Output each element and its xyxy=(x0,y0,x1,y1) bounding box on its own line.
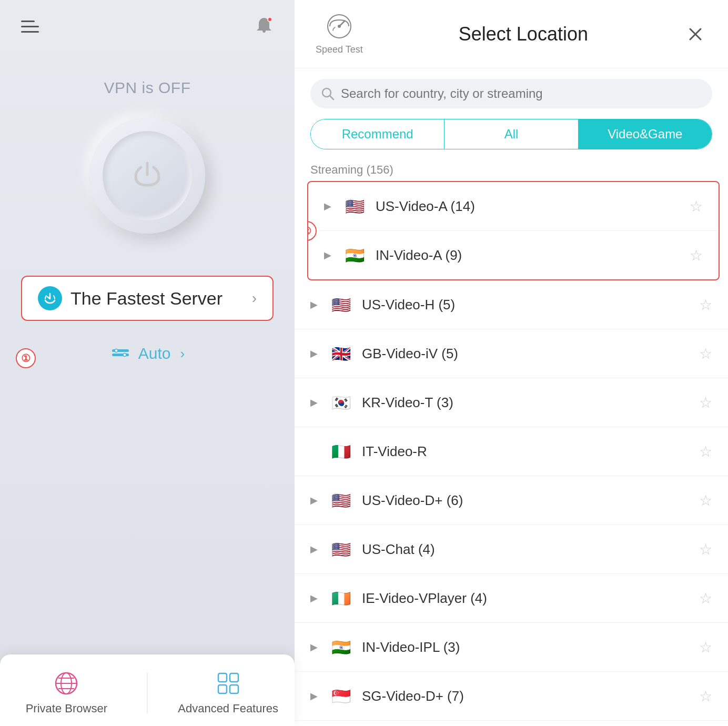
svg-rect-11 xyxy=(218,685,227,693)
annotation-circle-1: ① xyxy=(16,348,36,368)
search-icon xyxy=(321,87,335,100)
server-name: IN-Video-IPL (3) xyxy=(362,639,691,656)
right-panel: Speed Test Select Location Recommend All… xyxy=(295,0,728,726)
server-item[interactable]: ▶ 🇸🇬 SG-Video-D+ (7) ☆ xyxy=(295,672,728,721)
favorite-star[interactable]: ☆ xyxy=(699,296,712,314)
server-name: IN-Video-A (9) xyxy=(376,247,681,264)
server-item[interactable]: ▶ 🇮🇳 IN-Video-A (9) ☆ xyxy=(308,231,719,279)
svg-point-2 xyxy=(115,349,118,352)
speed-test-icon xyxy=(326,13,353,42)
server-item[interactable]: ▶ 🇮🇪 IE-Video-VPlayer (4) ☆ xyxy=(295,574,728,623)
expand-icon: ▶ xyxy=(310,495,318,506)
streaming-header: Streaming (156) xyxy=(295,158,728,181)
svg-rect-9 xyxy=(218,673,227,682)
flag-sg: 🇸🇬 xyxy=(328,683,353,709)
speed-test-label: Speed Test xyxy=(316,44,363,55)
svg-rect-12 xyxy=(230,685,238,693)
search-bar xyxy=(310,79,712,108)
private-browser-button[interactable]: Private Browser xyxy=(14,670,119,715)
notification-dot xyxy=(267,17,272,22)
advanced-features-label: Advanced Features xyxy=(178,702,278,715)
protocol-label: Auto xyxy=(138,345,171,362)
expand-icon: ▶ xyxy=(324,249,331,261)
server-name: US-Video-A (14) xyxy=(376,198,681,215)
power-button[interactable] xyxy=(89,118,205,234)
expand-icon: ▶ xyxy=(310,397,318,408)
fastest-icon xyxy=(38,286,62,310)
hamburger-menu[interactable] xyxy=(21,21,39,33)
protocol-button[interactable]: Auto › xyxy=(110,342,185,365)
private-browser-label: Private Browser xyxy=(26,702,107,715)
server-item[interactable]: ▶ 🇮🇹 IT-Video-R ☆ xyxy=(295,427,728,476)
left-panel: VPN is OFF ① The Fastest Server › xyxy=(0,0,295,726)
server-item[interactable]: ▶ 🇬🇧 GB-Video-iV (5) ☆ xyxy=(295,329,728,378)
svg-point-14 xyxy=(338,25,341,28)
vpn-status: VPN is OFF xyxy=(104,79,190,97)
tab-video-game[interactable]: Video&Game xyxy=(579,119,712,149)
flag-in: 🇮🇳 xyxy=(328,634,353,660)
right-header: Speed Test Select Location xyxy=(295,0,728,68)
server-name: IE-Video-VPlayer (4) xyxy=(362,590,691,607)
flag-gb: 🇬🇧 xyxy=(328,341,353,366)
expand-icon: ▶ xyxy=(310,641,318,653)
favorite-star[interactable]: ☆ xyxy=(699,394,712,411)
expand-icon: ▶ xyxy=(310,592,318,604)
server-name: US-Chat (4) xyxy=(362,541,691,558)
flag-us: 🇺🇸 xyxy=(328,537,353,562)
flag-kr: 🇰🇷 xyxy=(328,390,353,415)
flag-it: 🇮🇹 xyxy=(328,439,353,464)
expand-icon: ▶ xyxy=(310,690,318,702)
bottom-bar: Private Browser Advanced Features xyxy=(0,654,295,726)
favorite-star[interactable]: ☆ xyxy=(699,688,712,705)
expand-icon: ▶ xyxy=(310,299,318,310)
advanced-features-button[interactable]: Advanced Features xyxy=(176,670,281,715)
notification-bell[interactable] xyxy=(255,16,274,37)
expand-icon: ▶ xyxy=(310,543,318,555)
svg-line-18 xyxy=(330,96,333,99)
favorite-star[interactable]: ☆ xyxy=(690,247,703,264)
speed-test-button[interactable]: Speed Test xyxy=(316,13,363,55)
tab-bar: Recommend All Video&Game xyxy=(310,119,712,149)
favorite-star[interactable]: ☆ xyxy=(699,345,712,362)
fastest-chevron-icon: › xyxy=(252,290,257,307)
flag-ie: 🇮🇪 xyxy=(328,586,353,611)
flag-us: 🇺🇸 xyxy=(342,194,367,219)
favorite-star[interactable]: ☆ xyxy=(699,443,712,460)
favorite-star[interactable]: ☆ xyxy=(690,198,703,215)
server-name: US-Video-H (5) xyxy=(362,297,691,313)
flag-us: 🇺🇸 xyxy=(328,292,353,317)
server-name: GB-Video-iV (5) xyxy=(362,346,691,362)
fastest-server-button[interactable]: The Fastest Server › xyxy=(21,276,274,321)
tab-all[interactable]: All xyxy=(444,119,578,149)
server-name: KR-Video-T (3) xyxy=(362,395,691,411)
fastest-server-label: The Fastest Server xyxy=(70,288,244,309)
protocol-chevron-icon: › xyxy=(180,346,185,362)
server-name: US-Video-D+ (6) xyxy=(362,492,691,509)
server-name: IT-Video-R xyxy=(362,443,691,460)
favorite-star[interactable]: ☆ xyxy=(699,541,712,558)
favorite-star[interactable]: ☆ xyxy=(699,639,712,656)
flag-us: 🇺🇸 xyxy=(328,488,353,513)
tab-recommend[interactable]: Recommend xyxy=(311,119,444,149)
expand-icon: ▶ xyxy=(324,200,331,212)
server-item[interactable]: ▶ 🇰🇷 KR-Video-T (3) ☆ xyxy=(295,378,728,427)
flag-in: 🇮🇳 xyxy=(342,243,367,268)
favorite-star[interactable]: ☆ xyxy=(699,590,712,607)
protocol-icon xyxy=(110,342,131,365)
expand-icon: ▶ xyxy=(310,348,318,359)
server-item[interactable]: ▶ 🇮🇳 IN-Video-IPL (3) ☆ xyxy=(295,623,728,672)
svg-point-3 xyxy=(123,354,126,357)
server-item[interactable]: ▶ 🇺🇸 US-Video-D+ (6) ☆ xyxy=(295,476,728,525)
search-input[interactable] xyxy=(341,86,702,101)
server-list: ② ▶ 🇺🇸 US-Video-A (14) ☆ ▶ 🇮🇳 IN-Video-A… xyxy=(295,181,728,726)
select-location-title: Select Location xyxy=(373,23,673,45)
favorite-star[interactable]: ☆ xyxy=(699,492,712,509)
server-item[interactable]: ▶ 🇺🇸 US-Chat (4) ☆ xyxy=(295,525,728,574)
server-item[interactable]: ▶ 🇺🇸 US-Video-H (5) ☆ xyxy=(295,280,728,329)
left-header xyxy=(0,0,295,47)
server-name: SG-Video-D+ (7) xyxy=(362,688,691,704)
close-button[interactable] xyxy=(684,23,707,46)
server-item[interactable]: ▶ 🇺🇸 US-Video-A (14) ☆ xyxy=(308,182,719,231)
svg-rect-10 xyxy=(230,673,238,682)
